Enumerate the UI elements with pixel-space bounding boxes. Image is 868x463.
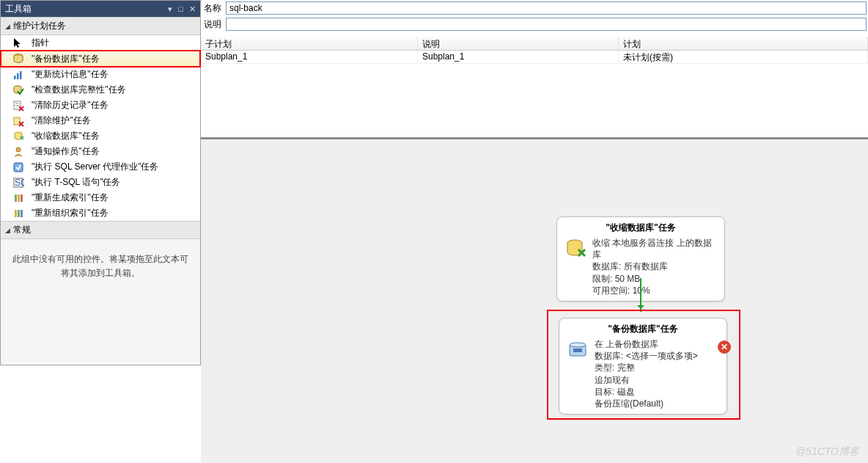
svg-rect-16: [21, 194, 23, 202]
task-line: 数据库: 所有数据库: [592, 260, 717, 272]
toolbox-task-list: 指针 "备份数据库"任务 "更新统计信息"任务 "检查数据库完整性"任务 "清除…: [1, 35, 200, 221]
svg-point-22: [570, 343, 586, 347]
svg-rect-14: [15, 194, 17, 202]
svg-rect-15: [18, 194, 20, 202]
toolbox-titlebar: 工具箱 ▾ □ ✕: [1, 1, 200, 17]
toolbox-item-label: 指针: [32, 37, 49, 49]
grid-header-subplan[interactable]: 子计划: [201, 37, 418, 50]
toolbox-empty-message: 此组中没有可用的控件。将某项拖至此文本可将其添加到工具箱。: [1, 239, 200, 365]
subplan-grid-header: 子计划 说明 计划: [201, 37, 868, 51]
subplan-grid-row[interactable]: Subplan_1 Subplan_1 未计划(按需): [201, 51, 868, 64]
toolbox-item-label: "执行 T-SQL 语句"任务: [32, 176, 120, 189]
toolbox-item-exec-tsql[interactable]: SQL "执行 T-SQL 语句"任务: [1, 175, 200, 190]
svg-rect-8: [14, 117, 20, 125]
svg-rect-23: [573, 349, 582, 352]
svg-rect-18: [18, 210, 20, 217]
svg-rect-3: [20, 71, 22, 79]
dropdown-icon[interactable]: ▾: [168, 4, 172, 14]
toolbox-item-rebuild-idx[interactable]: "重新生成索引"任务: [1, 190, 200, 205]
pointer-icon: [12, 37, 24, 49]
svg-text:SQL: SQL: [15, 178, 24, 188]
section-label: 常规: [13, 224, 31, 236]
toolbox-item-update-stats[interactable]: "更新统计信息"任务: [1, 67, 200, 82]
toolbox-item-label: "清除历史记录"任务: [32, 99, 108, 112]
toolbox-item-label: "执行 SQL Server 代理作业"任务: [32, 161, 158, 173]
toolbox-item-exec-agent[interactable]: "执行 SQL Server 代理作业"任务: [1, 159, 200, 175]
clear-history-icon: [12, 100, 24, 112]
shrink-db-node-icon: [564, 237, 588, 260]
name-label: 名称: [202, 2, 226, 15]
toolbox-title-controls: ▾ □ ✕: [168, 4, 196, 14]
meta-row-desc: 说明: [201, 16, 868, 32]
toolbox-item-label: "收缩数据库"任务: [32, 130, 100, 142]
toolbox-item-reorg-idx[interactable]: "重新组织索引"任务: [1, 205, 200, 221]
svg-rect-2: [17, 73, 19, 79]
notify-op-icon: [12, 146, 24, 158]
task-line: 追加现有: [595, 374, 698, 386]
toolbox-item-backup-db[interactable]: "备份数据库"任务: [1, 51, 200, 67]
toolbox-item-shrink-db[interactable]: "收缩数据库"任务: [1, 128, 200, 144]
toolbox-item-label: "更新统计信息"任务: [32, 68, 108, 81]
desc-label: 说明: [202, 18, 226, 31]
toolbox-item-label: "重新组织索引"任务: [32, 207, 108, 219]
backup-db-node-icon: [567, 338, 590, 362]
main-area: 名称 说明 子计划 说明 计划 Subplan_1 Subplan_1 未计划(…: [201, 0, 868, 463]
toolbox-title: 工具箱: [5, 3, 168, 15]
task-node-title: "收缩数据库"任务: [564, 220, 717, 237]
toolbox-item-check-integrity[interactable]: "检查数据库完整性"任务: [1, 82, 200, 98]
toolbox-item-clear-maint[interactable]: "清除维护"任务: [1, 113, 200, 128]
svg-rect-19: [21, 210, 23, 217]
shrink-db-icon: [12, 131, 24, 142]
toolbox-item-notify-op[interactable]: "通知操作员"任务: [1, 144, 200, 159]
reorg-idx-icon: [12, 208, 24, 219]
task-line: 备份压缩(Default): [595, 398, 698, 409]
precedence-arrow[interactable]: [640, 278, 641, 312]
toolbox-section-maintenance[interactable]: ◢ 维护计划任务: [1, 17, 200, 35]
toolbox-item-label: "重新生成索引"任务: [32, 192, 108, 204]
task-node-title: "备份数据库"任务: [567, 321, 719, 338]
toolbox-item-label: "备份数据库"任务: [32, 53, 100, 65]
toolbox-item-label: "清除维护"任务: [32, 114, 91, 127]
toolbox-panel: 工具箱 ▾ □ ✕ ◢ 维护计划任务 指针 "备份数据库"任务 "更新统计信息": [0, 0, 201, 365]
grid-cell-desc: Subplan_1: [418, 51, 619, 63]
desc-input[interactable]: [226, 18, 867, 31]
exec-tsql-icon: SQL: [12, 177, 24, 189]
toolbox-item-clear-history[interactable]: "清除历史记录"任务: [1, 98, 200, 113]
task-line: 类型: 完整: [595, 362, 698, 373]
meta-row-name: 名称: [201, 0, 868, 16]
grid-header-desc[interactable]: 说明: [418, 37, 619, 50]
rebuild-idx-icon: [12, 192, 24, 204]
svg-rect-17: [15, 210, 17, 217]
task-line: 在 上备份数据库: [595, 338, 698, 350]
autohide-icon[interactable]: □: [178, 4, 183, 14]
name-input[interactable]: [226, 1, 867, 15]
toolbox-section-general[interactable]: ◢ 常规: [1, 221, 200, 239]
task-line: 可用空间: 10%: [592, 285, 717, 296]
svg-point-10: [16, 147, 21, 152]
grid-header-schedule[interactable]: 计划: [619, 37, 868, 50]
task-line: 收缩 本地服务器连接 上的数据库: [592, 237, 717, 260]
design-surface[interactable]: "收缩数据库"任务 收缩 本地服务器连接 上的数据库 数据库: 所有数据库 限制…: [201, 137, 868, 463]
task-line: 限制: 50 MB: [592, 273, 717, 285]
task-node-text: 收缩 本地服务器连接 上的数据库 数据库: 所有数据库 限制: 50 MB 可用…: [592, 237, 717, 296]
svg-rect-1: [14, 76, 16, 79]
collapse-icon: ◢: [5, 23, 10, 30]
task-line: 目标: 磁盘: [595, 386, 698, 398]
grid-cell-schedule: 未计划(按需): [619, 51, 868, 63]
task-line: 数据库: <选择一项或多项>: [595, 350, 698, 362]
watermark: @51CTO博客: [795, 445, 859, 459]
update-stats-icon: [12, 69, 24, 81]
close-icon[interactable]: ✕: [189, 4, 196, 14]
task-node-text: 在 上备份数据库 数据库: <选择一项或多项> 类型: 完整 追加现有 目标: …: [595, 338, 698, 409]
collapse-icon: ◢: [5, 227, 10, 234]
toolbox-item-pointer[interactable]: 指针: [1, 35, 200, 51]
clear-maint-icon: [12, 115, 24, 127]
error-badge-icon: ✕: [718, 340, 731, 354]
check-integrity-icon: [12, 84, 24, 96]
exec-agent-icon: [12, 161, 24, 173]
backup-db-icon: [12, 53, 24, 65]
toolbox-item-label: "检查数据库完整性"任务: [32, 84, 126, 96]
task-node-backup-db[interactable]: "备份数据库"任务 在 上备份数据库 数据库: <选择一项或多项> 类型: 完整…: [559, 318, 727, 415]
toolbox-item-label: "通知操作员"任务: [32, 145, 100, 158]
section-label: 维护计划任务: [13, 20, 66, 32]
